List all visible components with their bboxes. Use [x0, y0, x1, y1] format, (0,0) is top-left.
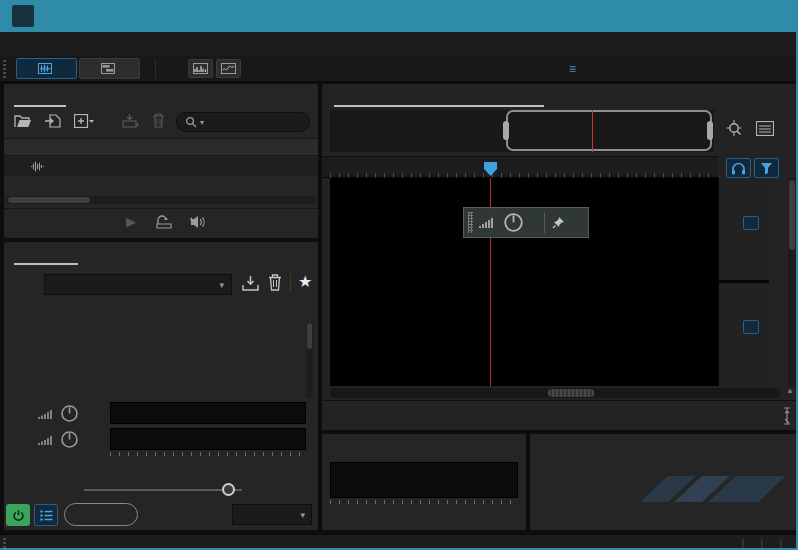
editor-hscrollbar[interactable]	[330, 388, 780, 398]
title-bar	[0, 0, 798, 32]
process-caret-icon: ▾	[300, 510, 305, 520]
batch-export-icon[interactable]	[122, 114, 140, 128]
file-list-header	[4, 138, 318, 156]
levels-meter	[330, 462, 518, 498]
channel-1-badge[interactable]	[743, 216, 759, 230]
file-list-hscrollbar[interactable]	[6, 196, 316, 204]
metronome-funnel-button[interactable]	[754, 158, 779, 178]
hud-gain-overlay[interactable]	[463, 207, 589, 238]
search-caret-icon: ▾	[200, 118, 204, 127]
favorite-star-icon[interactable]: ★	[298, 272, 312, 291]
preview-play-icon[interactable]: ▶	[126, 214, 136, 229]
input-meter	[110, 402, 306, 424]
overview-left-handle[interactable]	[503, 121, 509, 140]
preset-separator	[290, 274, 291, 292]
output-level-bars-icon	[38, 434, 54, 446]
spectral-frequency-button[interactable]	[188, 59, 213, 78]
hud-drag-handle[interactable]	[468, 212, 473, 233]
effects-rack-tab[interactable]	[16, 246, 24, 264]
hud-level-bars-icon	[479, 216, 496, 229]
rack-power-button[interactable]	[6, 504, 30, 526]
output-meter	[110, 428, 306, 450]
mix-slider-knob[interactable]	[222, 483, 235, 496]
editor-panel: ▲	[322, 84, 798, 430]
hud-pin-icon[interactable]	[552, 216, 565, 229]
delete-file-icon[interactable]	[152, 113, 165, 128]
effects-rack-panel: ▾ ★ ▾	[4, 242, 318, 530]
levels-ticks	[330, 500, 518, 504]
audio-file-icon	[30, 161, 44, 172]
io-meter-ticks	[110, 452, 306, 456]
channel-2-badge[interactable]	[743, 320, 759, 334]
delete-preset-icon[interactable]	[268, 274, 282, 291]
preset-caret-icon: ▾	[219, 280, 224, 290]
rack-io-toggle-button[interactable]	[34, 504, 58, 526]
spectral-pitch-button[interactable]	[216, 59, 241, 78]
transport-bar	[322, 400, 798, 430]
waveform-display[interactable]	[330, 178, 718, 386]
overview-view-box[interactable]	[506, 110, 712, 151]
levels-panel	[322, 434, 526, 530]
status-sep-2: |	[760, 537, 763, 549]
loop-playback-speaker-icon[interactable]	[188, 214, 208, 229]
status-grip	[3, 538, 6, 548]
spectral-pitch-icon	[221, 63, 236, 74]
files-preview-bar: ▶	[4, 208, 318, 238]
files-tab[interactable]	[16, 88, 24, 106]
overview-right-handle[interactable]	[707, 121, 713, 140]
playhead-marker[interactable]	[484, 162, 497, 176]
hscroll-up-arrow-icon[interactable]: ▲	[786, 386, 794, 395]
menu-bar	[0, 32, 798, 56]
editor-tab[interactable]	[336, 88, 344, 106]
hud-gain-knob[interactable]	[503, 212, 524, 233]
overview-playhead	[592, 110, 593, 152]
output-gain-knob[interactable]	[60, 430, 79, 449]
watermark-bottom	[634, 474, 794, 528]
hud-separator	[544, 213, 545, 233]
spectral-frequency-icon	[193, 63, 208, 74]
amplitude-scale	[718, 178, 768, 386]
preset-dropdown[interactable]: ▾	[44, 274, 232, 295]
status-sep-3: |	[779, 537, 782, 549]
new-file-icon[interactable]	[74, 114, 94, 128]
waveform-view-icon	[38, 63, 52, 74]
selection-view-panel	[530, 434, 798, 530]
input-gain-knob[interactable]	[60, 404, 79, 423]
workspace-menu-icon[interactable]: ≡	[569, 62, 576, 76]
overview-menu-icon[interactable]	[756, 121, 774, 136]
main-toolbar: ≡	[0, 56, 798, 82]
editor-vscrollbar[interactable]	[788, 178, 796, 386]
mix-slider-track[interactable]	[84, 489, 242, 491]
open-file-icon[interactable]	[14, 114, 32, 128]
zoom-reset-icon[interactable]	[724, 120, 744, 138]
status-sep-1: |	[741, 537, 744, 549]
timeline-ruler[interactable]	[322, 156, 718, 178]
input-level-bars-icon	[38, 408, 54, 420]
effects-list-scrollbar[interactable]	[306, 322, 313, 398]
search-icon	[185, 116, 197, 128]
multitrack-view-button[interactable]	[79, 58, 140, 79]
toolbar-grip[interactable]	[3, 60, 6, 78]
save-preset-icon[interactable]	[242, 275, 259, 291]
file-row[interactable]	[4, 157, 318, 176]
waveform-view-button[interactable]	[16, 58, 77, 79]
vertical-ibeam-icon[interactable]	[782, 407, 792, 425]
process-dropdown[interactable]: ▾	[232, 504, 312, 525]
waveform-overview[interactable]	[330, 110, 714, 152]
toolbar-separator	[155, 59, 156, 79]
app-logo	[12, 5, 34, 27]
auto-play-icon[interactable]	[156, 215, 172, 229]
files-panel: ▾ ▶	[4, 84, 318, 238]
import-file-icon[interactable]	[44, 114, 62, 128]
multitrack-view-icon	[101, 63, 115, 74]
file-search-input[interactable]: ▾	[176, 112, 310, 132]
monitor-headphones-button[interactable]	[726, 158, 751, 178]
apply-button[interactable]	[64, 503, 138, 526]
